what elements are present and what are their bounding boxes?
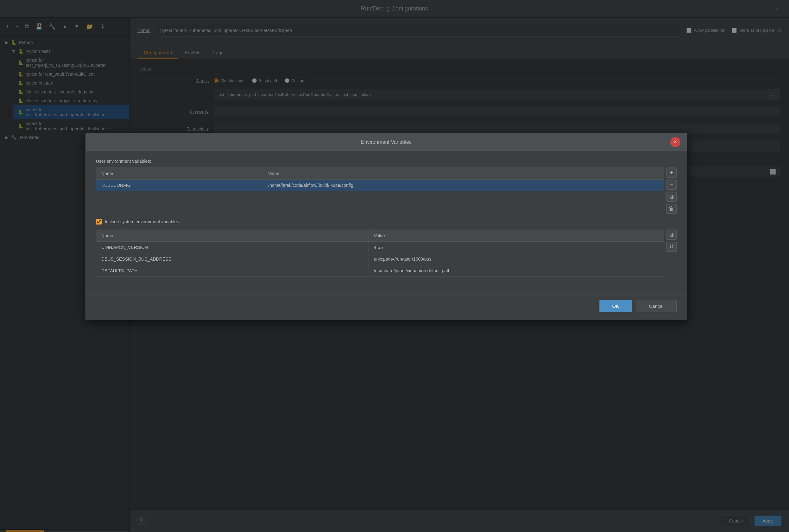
- dialog-close-button[interactable]: ×: [670, 137, 680, 147]
- system-var-name-0: CINNAMON_VERSION: [96, 242, 369, 253]
- table-row[interactable]: DEFAULTS_PATH /usr/share/gconf/cinnamon.…: [96, 265, 664, 277]
- main-window: Run/Debug Configurations × + − ⧉ 💾 🔧 ▲ ▼…: [0, 0, 789, 532]
- system-var-value-0: 4.6.7: [368, 242, 663, 253]
- dialog-body: User environment variables: Name Value: [86, 151, 687, 294]
- add-user-var-button[interactable]: +: [667, 168, 677, 178]
- dialog-title: Environment Variables: [361, 139, 411, 145]
- remove-user-var-button[interactable]: −: [667, 179, 677, 190]
- include-system-vars-row: Include system environment variables:: [96, 219, 677, 225]
- user-table-value-header: Value: [263, 168, 664, 179]
- user-table-actions: + − ⧉ 🗑: [667, 168, 677, 214]
- include-system-vars-checkbox[interactable]: [96, 219, 102, 225]
- copy-system-var-button[interactable]: ⧉: [667, 230, 677, 240]
- include-system-vars-label: Include system environment variables:: [105, 219, 180, 224]
- system-var-name-2: DEFAULTS_PATH: [96, 265, 369, 277]
- dialog-cancel-button[interactable]: Cancel: [636, 300, 677, 312]
- system-table-name-header: Name: [96, 230, 369, 242]
- dialog-close-icon: ×: [674, 139, 677, 145]
- refresh-system-vars-button[interactable]: ↺: [667, 242, 677, 252]
- system-var-name-1: DBUS_SESSION_BUS_ADDRESS: [96, 253, 369, 265]
- dialog-overlay: Environment Variables × User environment…: [0, 0, 789, 532]
- table-row-empty: [96, 191, 664, 203]
- dialog-title-bar: Environment Variables ×: [86, 133, 687, 151]
- system-vars-table-container: Name Value CINNAMON_VERSION 4.6.7 DBUS_S…: [96, 230, 677, 282]
- system-var-value-1: unix:path=/run/user/1000/bus: [368, 253, 663, 265]
- dialog-ok-button[interactable]: OK: [599, 300, 632, 312]
- user-var-name-0: KUBECONFIG: [96, 179, 263, 191]
- system-table-value-header: Value: [368, 230, 663, 242]
- environment-variables-dialog: Environment Variables × User environment…: [85, 133, 687, 320]
- table-row[interactable]: DBUS_SESSION_BUS_ADDRESS unix:path=/run/…: [96, 253, 664, 265]
- user-vars-table-container: Name Value KUBECONFIG /home/jarek/code/a…: [96, 168, 677, 214]
- table-row[interactable]: CINNAMON_VERSION 4.6.7: [96, 242, 664, 253]
- system-vars-table: Name Value CINNAMON_VERSION 4.6.7 DBUS_S…: [96, 230, 664, 277]
- user-vars-table: Name Value KUBECONFIG /home/jarek/code/a…: [96, 168, 664, 203]
- user-var-value-0: /home/jarek/code/airflow/.build/.kube/co…: [263, 179, 664, 191]
- delete-user-var-button[interactable]: 🗑: [667, 204, 677, 214]
- user-table-name-header: Name: [96, 168, 263, 179]
- copy-user-var-button[interactable]: ⧉: [667, 192, 677, 202]
- system-table-actions: ⧉ ↺: [667, 230, 677, 252]
- system-var-value-2: /usr/share/gconf/cinnamon.default.path: [368, 265, 663, 277]
- user-vars-label: User environment variables:: [96, 159, 677, 164]
- dialog-footer: OK Cancel: [86, 294, 687, 320]
- table-row[interactable]: KUBECONFIG /home/jarek/code/airflow/.bui…: [96, 179, 664, 191]
